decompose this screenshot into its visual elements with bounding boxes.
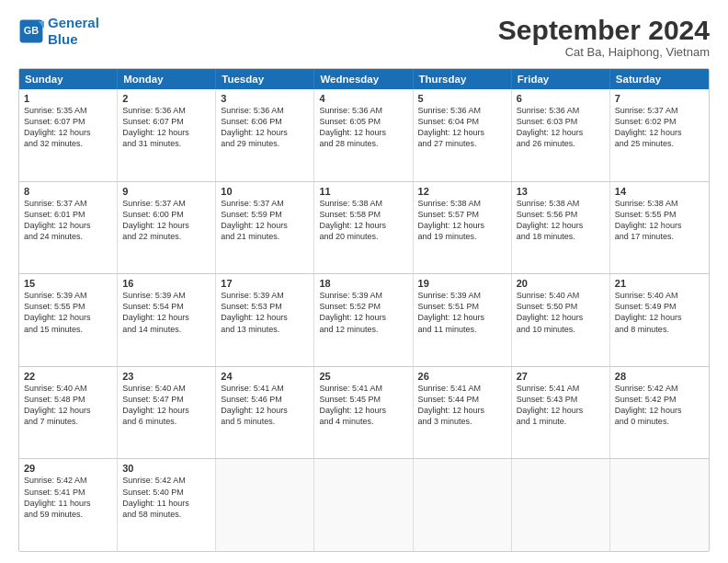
month-title: September 2024 bbox=[498, 15, 710, 45]
cell-sep-15: 15 Sunrise: 5:39 AMSunset: 5:55 PMDaylig… bbox=[19, 274, 118, 366]
cell-sep-22: 22 Sunrise: 5:40 AMSunset: 5:48 PMDaylig… bbox=[19, 367, 118, 459]
logo-icon: GB bbox=[18, 18, 44, 44]
cell-empty-5 bbox=[610, 459, 709, 551]
title-block: September 2024 Cat Ba, Haiphong, Vietnam bbox=[498, 15, 710, 59]
header-monday: Monday bbox=[118, 69, 216, 89]
cell-sep-23: 23 Sunrise: 5:40 AMSunset: 5:47 PMDaylig… bbox=[118, 367, 216, 459]
cell-empty-3 bbox=[414, 459, 512, 551]
cell-sep-3: 3 Sunrise: 5:36 AMSunset: 6:06 PMDayligh… bbox=[216, 89, 314, 181]
header-saturday: Saturday bbox=[610, 69, 709, 89]
week-row-4: 22 Sunrise: 5:40 AMSunset: 5:48 PMDaylig… bbox=[19, 366, 709, 459]
cell-sep-17: 17 Sunrise: 5:39 AMSunset: 5:53 PMDaylig… bbox=[216, 274, 314, 366]
location-subtitle: Cat Ba, Haiphong, Vietnam bbox=[498, 45, 710, 59]
cell-sep-1: 1 Sunrise: 5:35 AMSunset: 6:07 PMDayligh… bbox=[19, 89, 118, 181]
logo-line1: General bbox=[48, 15, 99, 30]
header-wednesday: Wednesday bbox=[314, 69, 413, 89]
header: GB General Blue September 2024 Cat Ba, H… bbox=[18, 15, 710, 59]
header-sunday: Sunday bbox=[19, 69, 118, 89]
cell-sep-26: 26 Sunrise: 5:41 AMSunset: 5:44 PMDaylig… bbox=[414, 367, 512, 459]
logo: GB General Blue bbox=[18, 15, 99, 48]
calendar-body: 1 Sunrise: 5:35 AMSunset: 6:07 PMDayligh… bbox=[19, 89, 709, 551]
header-tuesday: Tuesday bbox=[216, 69, 314, 89]
cell-sep-25: 25 Sunrise: 5:41 AMSunset: 5:45 PMDaylig… bbox=[314, 367, 413, 459]
calendar-header: Sunday Monday Tuesday Wednesday Thursday… bbox=[19, 69, 709, 89]
cell-sep-10: 10 Sunrise: 5:37 AMSunset: 5:59 PMDaylig… bbox=[216, 182, 314, 274]
cell-sep-4: 4 Sunrise: 5:36 AMSunset: 6:05 PMDayligh… bbox=[314, 89, 413, 181]
cell-sep-7: 7 Sunrise: 5:37 AMSunset: 6:02 PMDayligh… bbox=[610, 89, 709, 181]
week-row-3: 15 Sunrise: 5:39 AMSunset: 5:55 PMDaylig… bbox=[19, 273, 709, 366]
week-row-2: 8 Sunrise: 5:37 AMSunset: 6:01 PMDayligh… bbox=[19, 181, 709, 274]
cell-sep-18: 18 Sunrise: 5:39 AMSunset: 5:52 PMDaylig… bbox=[314, 274, 413, 366]
cell-sep-28: 28 Sunrise: 5:42 AMSunset: 5:42 PMDaylig… bbox=[610, 367, 709, 459]
cell-sep-13: 13 Sunrise: 5:38 AMSunset: 5:56 PMDaylig… bbox=[512, 182, 610, 274]
cell-sep-8: 8 Sunrise: 5:37 AMSunset: 6:01 PMDayligh… bbox=[19, 182, 118, 274]
svg-text:GB: GB bbox=[24, 25, 39, 36]
cell-sep-11: 11 Sunrise: 5:38 AMSunset: 5:58 PMDaylig… bbox=[314, 182, 413, 274]
cell-empty-2 bbox=[314, 459, 413, 551]
calendar: Sunday Monday Tuesday Wednesday Thursday… bbox=[18, 68, 710, 552]
page: GB General Blue September 2024 Cat Ba, H… bbox=[0, 0, 728, 563]
header-thursday: Thursday bbox=[414, 69, 512, 89]
cell-sep-2: 2 Sunrise: 5:36 AMSunset: 6:07 PMDayligh… bbox=[118, 89, 216, 181]
cell-sep-24: 24 Sunrise: 5:41 AMSunset: 5:46 PMDaylig… bbox=[216, 367, 314, 459]
cell-sep-21: 21 Sunrise: 5:40 AMSunset: 5:49 PMDaylig… bbox=[610, 274, 709, 366]
cell-sep-27: 27 Sunrise: 5:41 AMSunset: 5:43 PMDaylig… bbox=[512, 367, 610, 459]
cell-sep-16: 16 Sunrise: 5:39 AMSunset: 5:54 PMDaylig… bbox=[118, 274, 216, 366]
cell-sep-19: 19 Sunrise: 5:39 AMSunset: 5:51 PMDaylig… bbox=[414, 274, 512, 366]
cell-sep-14: 14 Sunrise: 5:38 AMSunset: 5:55 PMDaylig… bbox=[610, 182, 709, 274]
header-friday: Friday bbox=[512, 69, 610, 89]
cell-sep-12: 12 Sunrise: 5:38 AMSunset: 5:57 PMDaylig… bbox=[414, 182, 512, 274]
logo-text: General Blue bbox=[48, 15, 99, 48]
cell-sep-9: 9 Sunrise: 5:37 AMSunset: 6:00 PMDayligh… bbox=[118, 182, 216, 274]
cell-empty-1 bbox=[216, 459, 314, 551]
cell-sep-20: 20 Sunrise: 5:40 AMSunset: 5:50 PMDaylig… bbox=[512, 274, 610, 366]
week-row-5: 29 Sunrise: 5:42 AMSunset: 5:41 PMDaylig… bbox=[19, 458, 709, 551]
cell-sep-29: 29 Sunrise: 5:42 AMSunset: 5:41 PMDaylig… bbox=[19, 459, 118, 551]
logo-line2: Blue bbox=[48, 31, 78, 47]
cell-empty-4 bbox=[512, 459, 610, 551]
cell-sep-30: 30 Sunrise: 5:42 AMSunset: 5:40 PMDaylig… bbox=[118, 459, 216, 551]
cell-sep-5: 5 Sunrise: 5:36 AMSunset: 6:04 PMDayligh… bbox=[414, 89, 512, 181]
week-row-1: 1 Sunrise: 5:35 AMSunset: 6:07 PMDayligh… bbox=[19, 89, 709, 181]
cell-sep-6: 6 Sunrise: 5:36 AMSunset: 6:03 PMDayligh… bbox=[512, 89, 610, 181]
